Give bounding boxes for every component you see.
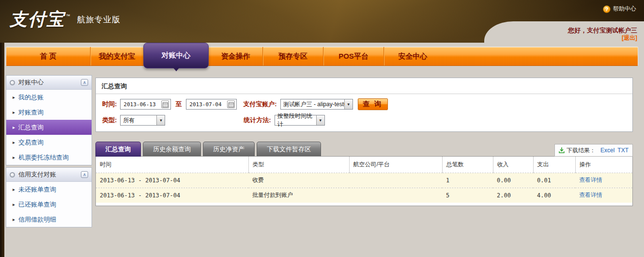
nav-item-fund-operations[interactable]: 资金操作 [209, 47, 262, 65]
item-arrow-icon: ▸ [13, 187, 15, 192]
view-detail-link[interactable]: 查看详情 [579, 192, 602, 198]
nav-item-reconciliation-center[interactable]: 对账中心 [143, 47, 209, 65]
col-header-airline-platform: 航空公司/平台 [349, 157, 442, 173]
cell-type: 收费 [248, 173, 349, 188]
col-header-time: 时间 [96, 157, 248, 173]
sidebar-item-label: 信用借款明细 [18, 215, 56, 224]
collapse-chevron-icon[interactable]: ∧ [81, 79, 88, 86]
summary-result-table: 时间 类型 航空公司/平台 总笔数 收入 支出 操作 2013-06-13 - … [95, 156, 633, 206]
chevron-down-icon: ▼ [344, 99, 353, 109]
sidebar-item-ticket-freeze-query[interactable]: ▸ 机票委托冻结查询 [6, 150, 92, 165]
help-center-link[interactable]: ? 帮助中心 [603, 5, 636, 13]
query-button[interactable]: 查 询 [358, 98, 388, 110]
nav-item-prestore-zone[interactable]: 预存专区 [262, 47, 323, 65]
date-to-value: 2013-07-04 [189, 101, 221, 108]
sidebar-item-paid-bill-query[interactable]: ▸ 已还账单查询 [6, 197, 92, 212]
sidebar-section-title: 对账中心 [18, 78, 81, 87]
nav-item-pos-platform[interactable]: POS平台 [323, 47, 383, 65]
sidebar-item-label: 汇总查询 [18, 123, 44, 132]
cell-income: 0.00 [493, 173, 533, 188]
download-excel-link[interactable]: Excel [600, 147, 614, 154]
sidebar-item-transaction-query[interactable]: ▸ 交易查询 [6, 135, 92, 150]
sidebar: 对账中心 ∧ ▸ 我的总账 ▸ 对账查询 ▸ 汇总查询 ▸ 交易查询 ▸ 机票委… [6, 75, 92, 229]
cell-type: 批量付款到账户 [248, 188, 349, 203]
download-txt-link[interactable]: TXT [617, 147, 629, 154]
item-arrow-icon: ▸ [13, 217, 15, 222]
table-row: 2013-06-13 - 2013-07-04 收费 1 0.00 0.01 查… [96, 173, 632, 188]
nav-item-my-alipay[interactable]: 我的支付宝 [90, 47, 143, 65]
top-banner: 支付宝 ™ 航旅专业版 ? 帮助中心 您好，支付宝测试帐户三 [退出] [0, 0, 644, 43]
tab-history-balance-query[interactable]: 历史余额查询 [143, 142, 201, 156]
product-name: 航旅专业版 [77, 14, 121, 28]
account-select[interactable]: 测试帐户三 - alipay-test03 ▼ [280, 99, 353, 110]
table-header-row: 时间 类型 航空公司/平台 总笔数 收入 支出 操作 [96, 157, 632, 173]
stat-select-value: 按整段时间统计 [277, 112, 316, 128]
time-label: 时间: [102, 100, 117, 109]
sidebar-item-unpaid-bill-query[interactable]: ▸ 未还账单查询 [6, 182, 92, 197]
sidebar-item-label: 已还账单查询 [18, 200, 56, 209]
item-arrow-icon: ▸ [13, 140, 15, 145]
result-tabs: 汇总查询 历史余额查询 历史净资产 下载文件暂存区 [95, 142, 323, 157]
stat-method-label: 统计方法: [244, 116, 271, 125]
collapse-chevron-icon[interactable]: ∧ [81, 171, 88, 178]
cell-platform [349, 173, 442, 188]
cell-count: 1 [442, 173, 493, 188]
trademark-icon: ™ [66, 14, 70, 18]
type-label: 类型: [102, 116, 117, 125]
stat-method-select[interactable]: 按整段时间统计 ▼ [275, 115, 325, 126]
type-select-value: 所有 [123, 116, 135, 125]
col-header-type: 类型 [248, 157, 349, 173]
nav-active-tab[interactable]: 对账中心 [143, 43, 209, 68]
logout-link[interactable]: [退出] [622, 34, 637, 42]
col-header-action: 操作 [575, 157, 632, 173]
section-bullet-icon [10, 172, 15, 177]
sidebar-section-title: 信用支付对账 [18, 170, 81, 179]
sidebar-item-credit-loan-detail[interactable]: ▸ 信用借款明细 [6, 212, 92, 227]
to-label: 至 [175, 100, 182, 109]
calendar-icon[interactable] [161, 100, 169, 108]
download-result-box: 下载结果： Excel TXT [554, 144, 633, 157]
date-to-input[interactable]: 2013-07-04 [186, 99, 237, 110]
cell-time: 2013-06-13 - 2013-07-04 [96, 173, 248, 188]
item-arrow-icon: ▸ [13, 95, 15, 100]
sidebar-item-reconciliation-query[interactable]: ▸ 对账查询 [6, 105, 92, 120]
view-detail-link[interactable]: 查看详情 [579, 177, 602, 183]
sidebar-item-label: 交易查询 [18, 138, 44, 147]
cell-time: 2013-06-13 - 2013-07-04 [96, 188, 248, 203]
account-select-value: 测试帐户三 - alipay-test03 [283, 100, 344, 109]
cell-expense: 4.00 [533, 188, 575, 203]
nav-item-security-center[interactable]: 安全中心 [383, 47, 442, 65]
sidebar-item-label: 未还账单查询 [18, 185, 56, 194]
form-title: 汇总查询 [96, 78, 632, 94]
date-from-input[interactable]: 2013-06-13 [120, 99, 171, 110]
sidebar-item-summary-query[interactable]: ▸ 汇总查询 [6, 120, 92, 135]
cell-expense: 0.01 [533, 173, 575, 188]
date-from-value: 2013-06-13 [123, 101, 155, 108]
section-bullet-icon [10, 80, 15, 85]
tab-history-net-assets[interactable]: 历史净资产 [203, 142, 255, 156]
sidebar-item-label: 机票委托冻结查询 [18, 153, 69, 162]
summary-query-form: 汇总查询 时间: 2013-06-13 至 2013-07-04 支付宝账户: … [95, 78, 633, 132]
brand-logo: 支付宝 ™ 航旅专业版 [10, 11, 121, 28]
cell-income: 2.00 [493, 188, 533, 203]
main-nav: 首 页 我的支付宝 对账中心 资金操作 预存专区 POS平台 安全中心 [6, 47, 638, 66]
sidebar-section-header: 信用支付对账 ∧ [6, 168, 92, 182]
tab-download-file-staging[interactable]: 下载文件暂存区 [257, 142, 321, 156]
sidebar-item-label: 对账查询 [18, 108, 44, 117]
item-arrow-icon: ▸ [13, 110, 15, 115]
type-select[interactable]: 所有 ▼ [120, 115, 165, 126]
nav-item-home[interactable]: 首 页 [6, 47, 90, 65]
chevron-down-icon: ▼ [156, 115, 165, 125]
item-arrow-icon: ▸ [13, 202, 15, 207]
account-label: 支付宝账户: [243, 100, 276, 109]
tab-summary-query[interactable]: 汇总查询 [95, 142, 141, 157]
item-arrow-icon: ▸ [13, 155, 15, 160]
col-header-expense: 支出 [533, 157, 575, 173]
help-center-label: 帮助中心 [613, 5, 636, 13]
calendar-icon[interactable] [227, 100, 235, 108]
sidebar-item-label: 我的总账 [18, 93, 44, 102]
welcome-panel: 您好，支付宝测试帐户三 [退出] [484, 21, 644, 43]
page: 支付宝 ™ 航旅专业版 ? 帮助中心 您好，支付宝测试帐户三 [退出] 首 页 … [0, 0, 644, 257]
sidebar-item-my-ledger[interactable]: ▸ 我的总账 [6, 90, 92, 105]
item-arrow-icon: ▸ [13, 125, 15, 130]
